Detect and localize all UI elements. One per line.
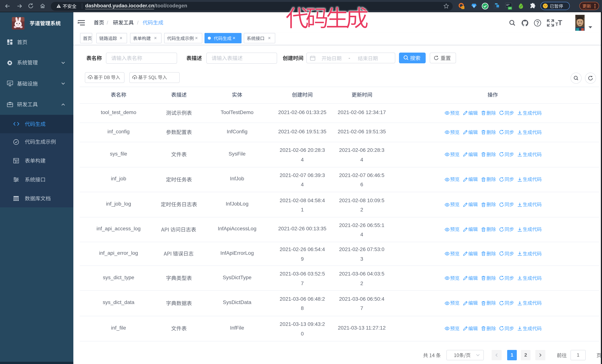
svg-text:1: 1 <box>462 6 464 9</box>
svg-text:on: on <box>509 7 511 10</box>
